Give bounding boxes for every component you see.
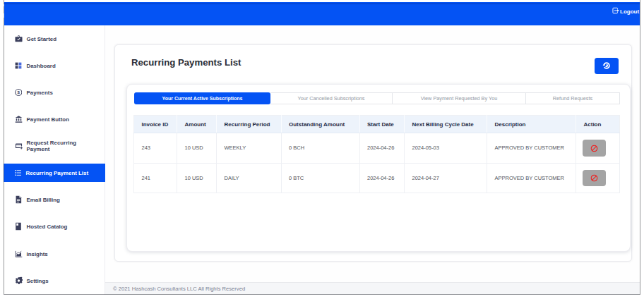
svg-text:$: $ [17,90,20,94]
